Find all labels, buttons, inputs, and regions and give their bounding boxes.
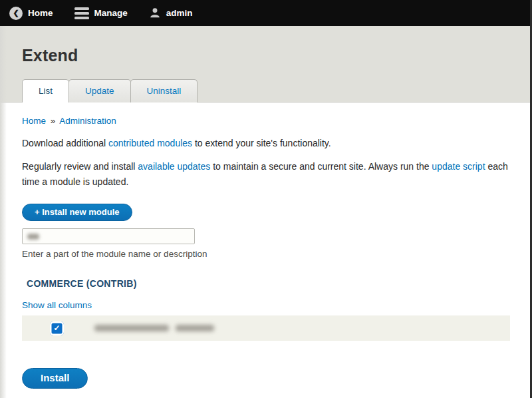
show-all-columns-link[interactable]: Show all columns xyxy=(22,300,92,310)
install-new-module-button[interactable]: + Install new module xyxy=(22,204,132,221)
user-icon xyxy=(149,7,161,19)
module-name-redacted xyxy=(94,325,214,331)
breadcrumb-administration-link[interactable]: Administration xyxy=(59,116,116,126)
redacted-text-bar xyxy=(176,325,214,331)
intro-1-text-after: to extend your site's functionality. xyxy=(192,138,331,148)
module-filter-input[interactable] xyxy=(22,228,195,244)
filter-help-text: Enter a part of the module name or descr… xyxy=(22,249,510,259)
toolbar-admin-label: admin xyxy=(166,8,193,18)
toolbar-item-admin[interactable]: admin xyxy=(146,7,196,19)
page-header: Extend List Update Uninstall xyxy=(0,26,532,102)
breadcrumb: Home » Administration xyxy=(22,116,510,126)
available-updates-link[interactable]: available updates xyxy=(138,161,210,172)
breadcrumb-separator: » xyxy=(51,116,56,126)
toolbar-item-home[interactable]: ❮ Home xyxy=(7,7,56,20)
breadcrumb-home-link[interactable]: Home xyxy=(22,116,46,126)
tab-list[interactable]: List xyxy=(22,79,69,102)
update-script-link[interactable]: update script xyxy=(432,161,485,172)
filter-redacted-value xyxy=(27,234,39,240)
intro-paragraph-1: Download additional contributed modules … xyxy=(22,136,510,150)
intro-1-text: Download additional xyxy=(22,138,108,148)
intro-paragraph-2: Regularly review and install available u… xyxy=(22,159,510,189)
hamburger-icon xyxy=(74,7,89,19)
admin-toolbar: ❮ Home Manage admin xyxy=(0,0,532,26)
toolbar-home-label: Home xyxy=(28,8,53,18)
package-heading: COMMERCE (CONTRIB) xyxy=(22,278,510,289)
toolbar-item-manage[interactable]: Manage xyxy=(72,7,130,19)
back-arrow-icon: ❮ xyxy=(9,7,23,20)
main-content: Home » Administration Download additiona… xyxy=(0,102,532,389)
module-checkbox[interactable]: ✓ xyxy=(50,321,64,335)
intro-2-text: Regularly review and install xyxy=(22,161,138,172)
redacted-text-bar xyxy=(94,325,169,331)
module-row: ✓ xyxy=(22,315,510,341)
tab-uninstall[interactable]: Uninstall xyxy=(130,79,198,102)
toolbar-manage-label: Manage xyxy=(94,8,128,18)
tab-update[interactable]: Update xyxy=(68,79,131,102)
primary-tabs: List Update Uninstall xyxy=(22,79,197,102)
contributed-modules-link[interactable]: contributed modules xyxy=(108,138,192,148)
install-button[interactable]: Install xyxy=(22,368,88,389)
page-title: Extend xyxy=(0,26,532,65)
intro-2-text-middle: to maintain a secure and current site. A… xyxy=(210,161,432,172)
